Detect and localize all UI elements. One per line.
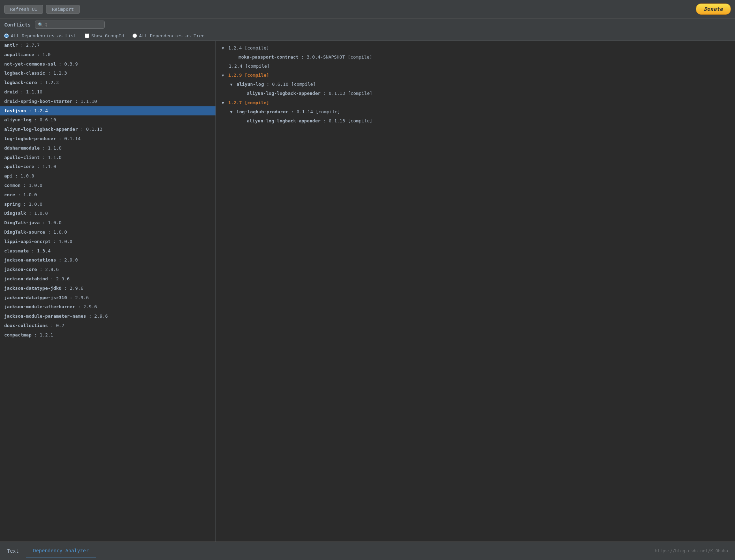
- list-item[interactable]: ddsharemodule : 1.1.0: [0, 144, 215, 153]
- tree-compile: : 3.0.4-SNAPSHOT [compile]: [301, 54, 372, 60]
- list-item[interactable]: DingTalk : 1.0.0: [0, 209, 215, 218]
- list-item[interactable]: druid-spring-boot-starter : 1.1.10: [0, 97, 215, 106]
- status-url: https://blog.csdn.net/K_Ohaha: [655, 548, 735, 553]
- list-item[interactable]: core : 1.0.0: [0, 190, 215, 200]
- list-item[interactable]: DingTalk-java : 1.0.0: [0, 218, 215, 228]
- triangle-icon: ▼: [222, 46, 224, 51]
- tree-item: ▼ aliyun-log : 0.6.10 [compile]: [230, 80, 729, 89]
- toolbar: Refresh UI Reimport Donate: [0, 0, 735, 18]
- triangle-icon: ▼: [222, 73, 224, 78]
- tree-version-conflict: 1.2.7 [compile]: [228, 100, 269, 105]
- tab-dependency-analyzer[interactable]: Dependency Analyzer: [26, 544, 96, 558]
- list-item[interactable]: jackson-core : 2.9.6: [0, 265, 215, 274]
- tree-item: moka-passport-contract : 3.0.4-SNAPSHOT …: [238, 53, 729, 62]
- list-item[interactable]: dexx-collections : 0.2: [0, 321, 215, 331]
- triangle-icon: ▼: [230, 110, 233, 114]
- list-item[interactable]: compactmap : 1.2.1: [0, 331, 215, 340]
- show-groupid-option[interactable]: Show GroupId: [85, 33, 124, 38]
- list-item[interactable]: jackson-module-afterburner : 2.9.6: [0, 302, 215, 312]
- right-panel: ▼ 1.2.4 [compile] moka-passport-contract…: [216, 41, 735, 542]
- donate-button[interactable]: Donate: [696, 3, 731, 15]
- tree-item-conflict: ▼ 1.2.7 [compile]: [222, 98, 729, 107]
- tree-item: 1.2.4 [compile]: [229, 62, 729, 71]
- list-item[interactable]: log-loghub-producer : 0.1.14: [0, 134, 215, 144]
- tree-version-conflict: 1.2.9 [compile]: [228, 73, 269, 78]
- tree-dep-name: aliyun-log-logback-appender: [247, 91, 320, 96]
- list-item[interactable]: api : 1.0.0: [0, 172, 215, 181]
- list-item[interactable]: logback-classic : 1.2.3: [0, 69, 215, 78]
- status-bar: Text Dependency Analyzer https://blog.cs…: [0, 542, 735, 560]
- refresh-ui-button[interactable]: Refresh UI: [4, 5, 43, 14]
- show-groupid-label: Show GroupId: [91, 33, 124, 38]
- tree-item: aliyun-log-logback-appender : 0.1.13 [co…: [247, 116, 729, 126]
- tree-dep-name: log-loghub-producer: [236, 109, 288, 114]
- tab-text[interactable]: Text: [0, 544, 26, 558]
- triangle-icon: ▼: [222, 101, 224, 105]
- search-box: 🔍: [35, 21, 105, 29]
- tree-version: 1.2.4 [compile]: [229, 63, 270, 69]
- tree-dep-name: moka-passport-contract: [238, 54, 298, 60]
- all-deps-list-label: All Dependencies as List: [11, 33, 76, 38]
- options-row: All Dependencies as List Show GroupId Al…: [0, 31, 735, 41]
- list-item[interactable]: common : 1.0.0: [0, 181, 215, 190]
- reimport-button[interactable]: Reimport: [46, 5, 80, 14]
- tree-item: ▼ 1.2.4 [compile]: [222, 44, 729, 53]
- list-item[interactable]: classmate : 1.3.4: [0, 247, 215, 256]
- search-icon: 🔍: [38, 22, 43, 27]
- tree-compile: : 0.1.14 [compile]: [291, 109, 340, 114]
- left-panel: antlr : 2.7.7 aopalliance : 1.0 not-yet-…: [0, 41, 216, 542]
- list-item[interactable]: apollo-core : 1.1.0: [0, 162, 215, 172]
- list-item[interactable]: aopalliance : 1.0: [0, 50, 215, 60]
- tree-compile: : 0.1.13 [compile]: [323, 91, 372, 96]
- list-item[interactable]: not-yet-commons-ssl : 0.3.9: [0, 60, 215, 69]
- list-item[interactable]: jackson-module-parameter-names : 2.9.6: [0, 312, 215, 321]
- all-deps-list-option[interactable]: All Dependencies as List: [4, 33, 76, 38]
- all-deps-tree-label: All Dependencies as Tree: [139, 33, 205, 38]
- list-item[interactable]: spring : 1.0.0: [0, 200, 215, 209]
- list-item-fastjson[interactable]: fastjson : 1.2.4: [0, 106, 215, 116]
- tree-version: 1.2.4 [compile]: [228, 45, 269, 51]
- main-content: antlr : 2.7.7 aopalliance : 1.0 not-yet-…: [0, 41, 735, 542]
- tree-dep-name: aliyun-log-logback-appender: [247, 118, 320, 123]
- list-item[interactable]: antlr : 2.7.7: [0, 41, 215, 50]
- list-item[interactable]: jackson-datatype-jdk8 : 2.9.6: [0, 284, 215, 293]
- tree-dep-name: aliyun-log: [236, 82, 264, 87]
- list-item[interactable]: jackson-datatype-jsr310 : 2.9.6: [0, 293, 215, 303]
- tree-item-conflict: ▼ 1.2.9 [compile]: [222, 71, 729, 80]
- list-item[interactable]: druid : 1.1.10: [0, 88, 215, 97]
- list-item[interactable]: DingTalk-source : 1.0.0: [0, 228, 215, 237]
- conflicts-label: Conflicts: [4, 22, 31, 28]
- list-item[interactable]: logback-core : 1.2.3: [0, 78, 215, 88]
- list-item[interactable]: jackson-annotations : 2.9.0: [0, 256, 215, 265]
- search-input[interactable]: [45, 22, 100, 27]
- all-deps-tree-option[interactable]: All Dependencies as Tree: [132, 33, 205, 38]
- list-item[interactable]: aliyun-log : 0.6.10: [0, 115, 215, 125]
- list-item[interactable]: apollo-client : 1.1.0: [0, 153, 215, 162]
- list-item[interactable]: lippi-oapi-encrpt : 1.0.0: [0, 237, 215, 247]
- tree-item: aliyun-log-logback-appender : 0.1.13 [co…: [247, 89, 729, 98]
- list-item[interactable]: aliyun-log-logback-appender : 0.1.13: [0, 125, 215, 134]
- list-item[interactable]: jackson-databind : 2.9.6: [0, 274, 215, 284]
- tree-compile: : 0.6.10 [compile]: [267, 82, 316, 87]
- tree-item: ▼ log-loghub-producer : 0.1.14 [compile]: [230, 107, 729, 116]
- tree-compile: : 0.1.13 [compile]: [323, 118, 372, 123]
- triangle-icon: ▼: [230, 82, 233, 87]
- conflicts-row: Conflicts 🔍: [0, 18, 735, 31]
